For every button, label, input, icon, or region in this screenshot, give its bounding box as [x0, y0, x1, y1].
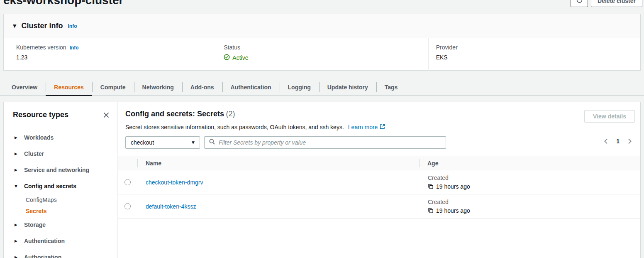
- age-value: 19 hours ago: [436, 207, 470, 214]
- sidebar-item-authorization[interactable]: ▶ Authorization: [13, 249, 110, 258]
- sidebar-item-service-and-networking[interactable]: ▶ Service and networking: [13, 162, 110, 178]
- table-header: Name Age: [118, 156, 640, 170]
- secret-link[interactable]: checkout-token-dmgrv: [146, 179, 203, 186]
- kubernetes-version-value: 1.23: [16, 54, 216, 61]
- close-icon[interactable]: [102, 111, 110, 119]
- chevron-right-icon: ▶: [15, 168, 19, 172]
- table-row: default-token-4kssz Created 19 hours ago: [118, 194, 640, 219]
- field-status: Status Active: [216, 38, 428, 71]
- tab-compute[interactable]: Compute: [92, 79, 134, 96]
- chevron-right-icon: ▶: [15, 239, 19, 243]
- row-select-radio[interactable]: [124, 179, 131, 185]
- sidebar-item-label: Config and secrets: [24, 183, 76, 189]
- page-title: eks-workshop-cluster: [3, 0, 123, 7]
- status-badge: Active: [224, 54, 428, 61]
- sidebar-item-label: Workloads: [24, 134, 54, 141]
- copy-icon[interactable]: [428, 184, 434, 189]
- cluster-info-card: ▼ Cluster info Info Kubernetes version I…: [3, 14, 641, 71]
- page-number[interactable]: 1: [616, 138, 620, 145]
- copy-icon[interactable]: [428, 208, 434, 214]
- sidebar-item-configmaps[interactable]: ConfigMaps: [26, 194, 110, 205]
- tab-networking[interactable]: Networking: [134, 79, 182, 96]
- tab-logging[interactable]: Logging: [280, 79, 319, 96]
- secrets-description: Secret stores sensitive information, suc…: [125, 124, 344, 130]
- search-input[interactable]: [219, 139, 442, 146]
- filter-dropdown-value: checkout: [131, 139, 154, 146]
- refresh-button[interactable]: [571, 0, 588, 7]
- learn-more-label: Learn more: [348, 124, 378, 130]
- search-icon: [209, 138, 215, 147]
- resources-panel: Resource types ▶ Workloads ▶ Cluster ▶ S…: [3, 102, 641, 258]
- chevron-right-icon: ▶: [15, 135, 19, 140]
- dropdown-caret-icon: ▼: [192, 140, 195, 145]
- field-provider: Provider EKS: [428, 38, 640, 71]
- delete-cluster-button[interactable]: Delete cluster: [591, 0, 642, 7]
- status-value: Active: [232, 54, 248, 61]
- tab-authentication[interactable]: Authentication: [222, 79, 280, 96]
- kubernetes-version-label: Kubernetes version: [16, 44, 66, 51]
- chevron-right-icon: ▶: [15, 152, 19, 156]
- secret-link[interactable]: default-token-4kssz: [146, 203, 196, 210]
- secrets-search: [204, 136, 446, 149]
- previous-page-icon[interactable]: [603, 138, 610, 145]
- tab-tags[interactable]: Tags: [376, 79, 406, 96]
- status-label: Status: [224, 44, 240, 51]
- secrets-table: Name Age checkout-token-dmgrv Created: [118, 156, 640, 219]
- chevron-right-icon: ▶: [15, 223, 19, 227]
- tab-update-history[interactable]: Update history: [319, 79, 376, 96]
- secrets-count: (2): [226, 110, 235, 118]
- chevron-right-icon: ▶: [15, 255, 19, 258]
- sidebar-item-label: Storage: [24, 221, 46, 228]
- table-row: checkout-token-dmgrv Created 19 hours ag…: [118, 170, 640, 194]
- row-select-radio[interactable]: [124, 203, 131, 209]
- sidebar-item-secrets[interactable]: Secrets: [26, 205, 110, 216]
- sidebar-item-cluster[interactable]: ▶ Cluster: [13, 145, 110, 162]
- sidebar-item-label: Authentication: [24, 238, 65, 244]
- sidebar-item-storage[interactable]: ▶ Storage: [13, 216, 110, 233]
- filter-dropdown[interactable]: checkout ▼: [125, 136, 200, 149]
- sidebar-item-authentication[interactable]: ▶ Authentication: [13, 233, 110, 249]
- cluster-info-info-link[interactable]: Info: [68, 23, 77, 29]
- learn-more-link[interactable]: Learn more: [348, 123, 386, 131]
- sidebar-item-config-and-secrets[interactable]: ▼ Config and secrets: [13, 178, 110, 194]
- provider-label: Provider: [436, 44, 458, 51]
- secrets-heading: Config and secrets: Secrets: [125, 110, 224, 118]
- sidebar-item-workloads[interactable]: ▶ Workloads: [13, 129, 110, 145]
- sidebar-item-label: Service and networking: [24, 167, 89, 173]
- name-column-header: Name: [146, 160, 161, 167]
- tab-resources[interactable]: Resources: [46, 79, 92, 96]
- external-link-icon: [379, 123, 385, 131]
- field-kubernetes-version: Kubernetes version Info 1.23: [4, 38, 216, 71]
- chevron-down-icon: ▼: [15, 184, 19, 188]
- sidebar-title: Resource types: [13, 111, 68, 119]
- age-value: 19 hours ago: [436, 183, 470, 190]
- cluster-info-title: Cluster info: [21, 22, 63, 30]
- collapse-caret-icon: ▼: [13, 23, 16, 29]
- age-created-label: Created: [428, 199, 640, 205]
- sidebar-item-label: Cluster: [24, 150, 44, 157]
- kubernetes-version-info-link[interactable]: Info: [70, 45, 79, 51]
- tab-add-ons[interactable]: Add-ons: [182, 79, 222, 96]
- view-details-button[interactable]: View details: [584, 110, 635, 123]
- check-circle-icon: [224, 54, 230, 61]
- next-page-icon[interactable]: [626, 138, 633, 145]
- cluster-tabs: Overview Resources Compute Networking Ad…: [0, 79, 644, 96]
- pagination: 1: [603, 138, 633, 145]
- refresh-icon: [576, 0, 583, 5]
- tab-overview[interactable]: Overview: [3, 79, 46, 96]
- provider-value: EKS: [436, 54, 640, 61]
- age-created-label: Created: [428, 174, 640, 181]
- resource-types-sidebar: Resource types ▶ Workloads ▶ Cluster ▶ S…: [4, 102, 118, 258]
- cluster-info-header[interactable]: ▼ Cluster info Info: [4, 14, 640, 38]
- age-column-header: Age: [427, 160, 438, 167]
- sidebar-item-label: Authorization: [24, 254, 61, 258]
- secrets-pane: Config and secrets: Secrets (2) View det…: [118, 102, 640, 258]
